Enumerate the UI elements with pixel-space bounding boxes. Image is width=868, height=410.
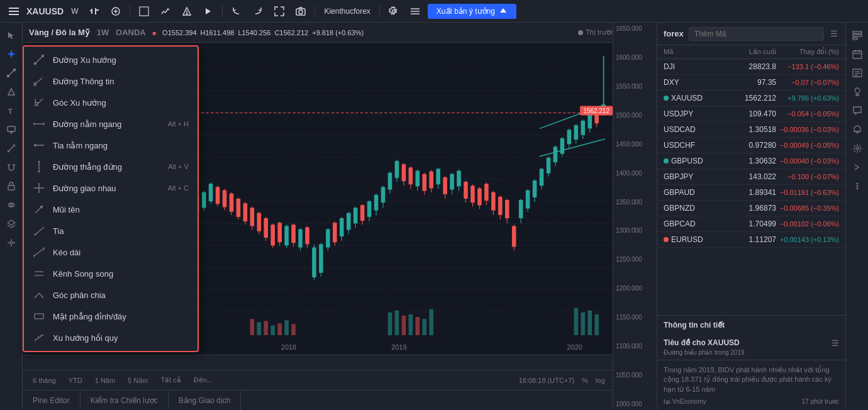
drawing-menu-item-5[interactable]: Đường thẳng đứng Alt + V — [24, 156, 198, 177]
publish-button[interactable]: Xuất bản ý tưởng — [428, 4, 516, 19]
measure-tool[interactable] — [3, 140, 20, 157]
panel-menu-button[interactable]: ☰ — [829, 28, 839, 40]
geometric-tool[interactable] — [3, 83, 20, 101]
magnet-tool[interactable] — [3, 158, 20, 176]
market-row-8[interactable]: GBPAUD 1.89341 −0.01191 (−0.63%) — [657, 185, 845, 201]
svg-rect-108 — [264, 321, 268, 335]
ideas-icon[interactable] — [849, 83, 866, 101]
market-row-0[interactable]: DJI 28823.8 −133.1 (−0.46%) — [657, 59, 845, 75]
alert-button[interactable] — [178, 4, 196, 19]
all-button[interactable]: Tất cả — [157, 375, 185, 385]
layers-tool[interactable] — [3, 215, 20, 233]
layout-expand-button[interactable] — [406, 4, 424, 19]
arrow-right-icon[interactable] — [849, 158, 866, 176]
drawing-menu-item-6[interactable]: Đường giao nhau Alt + C — [24, 177, 198, 199]
bar-type-button[interactable] — [86, 4, 103, 19]
market-row-11[interactable]: EURUSD 1.11207 +0.00143 (+0.13%) — [657, 232, 845, 248]
compare-button[interactable] — [157, 4, 174, 19]
drawing-menu-item-13[interactable]: Xu hướng hồi quy — [24, 327, 198, 348]
market-row-4[interactable]: USDCAD 1.30518 −0.00036 (−0.03%) — [657, 122, 845, 138]
trading-panel-tab[interactable]: Bảng Giao dịch — [169, 391, 242, 410]
market-name-1: DXY — [664, 78, 726, 87]
chart-layout-button[interactable] — [135, 4, 153, 19]
market-row-7[interactable]: GBPJPY 143.022 −0.100 (−0.07%) — [657, 169, 845, 185]
right-panel-header: forex ☰ — [657, 23, 845, 45]
redo-button[interactable] — [249, 4, 267, 19]
market-name-6: GBPUSD — [664, 157, 726, 165]
market-row-3[interactable]: USDJPY 109.470 −0.054 (−0.05%) — [657, 106, 845, 122]
news-time: 17 phút trước — [802, 398, 839, 405]
settings-right-icon[interactable] — [849, 140, 866, 157]
snapshot-button[interactable] — [292, 4, 309, 19]
drawing-menu-item-0[interactable]: Đường Xu hướng — [24, 49, 198, 70]
drawing-menu-item-4[interactable]: Tia nằm ngang — [24, 135, 198, 156]
market-row-1[interactable]: DXY 97.35 −0.07 (−0.07%) — [657, 75, 845, 91]
menu-item-label-10: Kênh Song song — [53, 269, 113, 279]
add-indicator-button[interactable] — [107, 4, 125, 19]
username-button[interactable]: Kienthucforex — [320, 4, 374, 18]
drawing-menu-item-12[interactable]: Mặt phẳng đỉnh/đáy — [24, 306, 198, 327]
lock-tool[interactable] — [3, 177, 20, 195]
symbol-search-input[interactable] — [689, 27, 824, 41]
svg-line-29 — [12, 147, 13, 148]
drawing-menu-item-8[interactable]: Tia — [24, 220, 198, 241]
eye-tool[interactable] — [3, 196, 20, 214]
svg-rect-118 — [422, 319, 426, 335]
settings-tool[interactable] — [3, 234, 20, 252]
svg-rect-211 — [326, 230, 330, 248]
strategy-tester-tab[interactable]: Kiểm tra Chiến lược — [81, 391, 169, 410]
drawing-menu-item-9[interactable]: Kéo dài — [24, 241, 198, 263]
calendar-icon[interactable] — [849, 45, 866, 63]
cursor-tool[interactable] — [3, 26, 20, 44]
svg-rect-229 — [388, 173, 392, 190]
more-icon[interactable] — [849, 177, 866, 195]
svg-rect-247 — [450, 174, 454, 190]
annotation-tool[interactable] — [3, 121, 20, 138]
drawing-menu-item-10[interactable]: Kênh Song song — [24, 263, 198, 284]
market-row-9[interactable]: GBPNZD 1.96873 −0.00685 (−0.35%) — [657, 201, 845, 216]
timeframe-button[interactable]: W — [67, 4, 82, 18]
5year-button[interactable]: 5 Năm — [124, 375, 152, 385]
drawing-menu-item-1[interactable]: Đường Thông tin — [24, 70, 198, 92]
news-icon[interactable] — [849, 64, 866, 82]
1year-button[interactable]: 1 Năm — [91, 375, 119, 385]
menu-button[interactable] — [5, 4, 23, 19]
settings-button[interactable] — [385, 4, 403, 19]
svg-rect-269 — [526, 191, 530, 209]
market-row-10[interactable]: GBPCAD 1.70499 −0.00102 (−0.06%) — [657, 216, 845, 232]
alert-icon[interactable] — [849, 121, 866, 138]
svg-text:2020: 2020 — [567, 343, 582, 351]
current-price-badge: 1562.212 — [580, 106, 613, 116]
menu-item-icon-12 — [33, 310, 45, 323]
svg-rect-187 — [243, 203, 248, 221]
percent-button[interactable]: % — [582, 377, 588, 384]
pine-editor-tab[interactable]: Pine Editor — [23, 391, 81, 410]
svg-rect-287 — [587, 114, 592, 129]
drawing-menu-item-3[interactable]: Đường nằm ngang Alt + H — [24, 113, 198, 135]
goto-button[interactable]: Đến... — [190, 375, 216, 385]
log-button[interactable]: log — [596, 377, 605, 384]
svg-rect-119 — [429, 309, 433, 335]
watchlist-icon[interactable] — [849, 26, 866, 44]
replay-button[interactable] — [199, 4, 217, 19]
detail-menu-btn[interactable]: ☰ — [832, 338, 839, 348]
drawing-menu-item-7[interactable]: Mũi tên — [24, 199, 198, 220]
market-row-6[interactable]: GBPUSD 1.30632 −0.00040 (−0.03%) — [657, 153, 845, 169]
drawing-menu-item-11[interactable]: Góc phân chia — [24, 284, 198, 306]
text-tool[interactable]: T — [3, 102, 20, 119]
right-icons-sidebar — [845, 23, 868, 410]
fullscreen-button[interactable] — [270, 4, 288, 19]
svg-point-312 — [855, 88, 860, 93]
drawing-menu-item-2[interactable]: Góc Xu hướng — [24, 92, 198, 113]
market-row-5[interactable]: USDCHF 0.97280 −0.00049 (−0.05%) — [657, 138, 845, 153]
menu-item-label-2: Góc Xu hướng — [53, 98, 106, 108]
crosshair-tool[interactable] — [3, 45, 20, 63]
ytd-button[interactable]: YTD — [65, 375, 86, 385]
undo-button[interactable] — [228, 4, 245, 19]
svg-rect-191 — [257, 213, 262, 231]
trend-line-tool[interactable] — [3, 64, 20, 82]
svg-line-38 — [35, 56, 43, 64]
market-row-2[interactable]: XAUUSD 1562.212 +9.786 (+0.63%) — [657, 91, 845, 106]
chat-icon[interactable] — [849, 102, 866, 119]
6month-button[interactable]: 6 tháng — [29, 375, 60, 385]
